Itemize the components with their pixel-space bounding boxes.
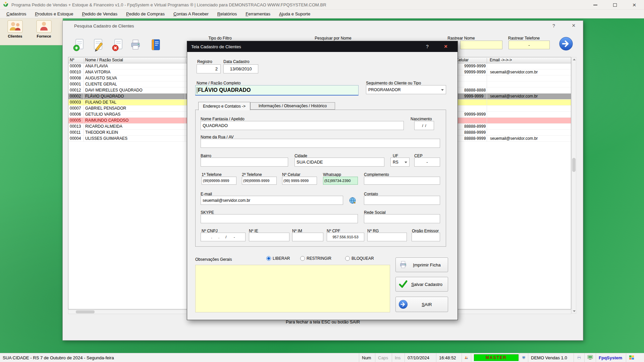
status-printer-icon-section: [574, 353, 584, 362]
skype-input[interactable]: [201, 214, 358, 223]
seguimento-label: Seguimento do Cliente ou Tipo: [366, 81, 421, 85]
search-close-button[interactable]: ×: [572, 22, 576, 29]
app-titlebar: Programa Pedido de Vendas + Estoque & Fi…: [0, 0, 644, 10]
cell-nome: AUGUSTO SILVA: [84, 75, 185, 81]
menu-item-ajuda-e-suporte[interactable]: Ajuda e Suporte: [275, 10, 315, 17]
track-name-input[interactable]: [460, 41, 502, 49]
modal-title: Tela Cadastro de Clientes: [191, 44, 241, 49]
cell-nome: DAVI MEIRELLES QUADRADO: [84, 87, 185, 93]
cep-input[interactable]: [414, 158, 440, 167]
tab-endereco-contatos[interactable]: Endereço e Contatos ->: [198, 102, 250, 110]
client-register-modal: Tela Cadastro de Clientes ? × Registro D…: [187, 41, 458, 320]
cnpj-input[interactable]: [201, 233, 246, 241]
complemento-input[interactable]: [364, 177, 440, 185]
cell-email: [487, 118, 490, 123]
menu-item-cadastros[interactable]: Cadastros: [2, 10, 31, 17]
radio-restringir[interactable]: RESTRINGIR: [300, 256, 331, 261]
modal-close-button[interactable]: ×: [444, 43, 447, 50]
menu-item-relat-rios[interactable]: Relatórios: [213, 10, 241, 17]
cpf-input[interactable]: [327, 233, 364, 241]
menu-item-contas-a-receber[interactable]: Contas A Receber: [169, 10, 213, 17]
report-button[interactable]: [148, 37, 163, 53]
cell-num: 00005: [68, 118, 84, 123]
tab-informacoes-label: Informações / Observações / Histórico: [259, 104, 327, 108]
chevron-down-icon: [405, 162, 407, 163]
cidade-input[interactable]: [294, 158, 384, 167]
whatsapp-input[interactable]: [323, 177, 358, 185]
radio-label: LIBERAR: [273, 256, 290, 261]
shortcut-fornecedores[interactable]: Fornece: [32, 20, 56, 38]
rg-input[interactable]: [367, 233, 407, 241]
cell-celular: 88888-9999: [464, 136, 486, 141]
telefone2-input[interactable]: [242, 177, 277, 185]
close-button[interactable]: ×: [629, 0, 639, 10]
cell-num: 00013: [68, 124, 84, 129]
nome-completo-input[interactable]: FLÁVIO QUADRADO: [195, 85, 359, 96]
radio-liberar[interactable]: LIBERAR: [266, 256, 290, 261]
email-input[interactable]: [201, 196, 343, 205]
menu-item-ferramentas[interactable]: Ferramentas: [241, 10, 275, 17]
search-go-button[interactable]: [558, 36, 573, 51]
cell-nome: ANA FLAVIA: [84, 63, 185, 69]
vertical-scrollbar[interactable]: [572, 57, 576, 314]
maximize-button[interactable]: [610, 0, 620, 10]
nascimento-input[interactable]: [414, 121, 434, 130]
bairro-input[interactable]: [201, 158, 288, 167]
observacoes-textarea[interactable]: [195, 265, 390, 312]
imprimir-ficha-button[interactable]: Imprimir Ficha: [395, 257, 448, 272]
vertical-scroll-thumb[interactable]: [572, 158, 576, 172]
cell-email: [487, 100, 490, 105]
cell-nome: FLÁVIO QUADRADO: [84, 94, 185, 99]
celular-input[interactable]: [282, 177, 317, 185]
send-email-button[interactable]: [347, 195, 358, 205]
edit-record-button[interactable]: [90, 37, 106, 53]
im-input[interactable]: [292, 233, 323, 241]
nome-completo-value: FLÁVIO QUADRADO: [198, 87, 251, 93]
sair-button[interactable]: SAIR: [395, 297, 448, 312]
fantasia-input[interactable]: [201, 121, 404, 130]
shortcut-clientes-label: Clientes: [3, 34, 28, 38]
search-help-button[interactable]: ?: [552, 23, 555, 28]
modal-help-button[interactable]: ?: [426, 44, 429, 49]
rua-input[interactable]: [201, 139, 440, 148]
seguimento-select[interactable]: PROGRAMADOR: [366, 85, 446, 94]
tab-informacoes-historico[interactable]: Informações / Observações / Histórico: [250, 102, 335, 110]
rede-social-input[interactable]: [364, 214, 440, 223]
print-list-button[interactable]: [128, 37, 143, 53]
new-record-icon: [72, 38, 86, 52]
shortcut-clientes[interactable]: Clientes: [3, 20, 28, 38]
imprimir-ficha-label: Imprimir Ficha: [408, 262, 448, 267]
new-record-button[interactable]: [71, 37, 87, 53]
registro-input[interactable]: [197, 64, 221, 73]
data-cadastro-input[interactable]: [223, 64, 258, 73]
horizontal-scroll-thumb[interactable]: [76, 310, 95, 313]
status-signal-icon-section: [626, 353, 637, 362]
orgao-emissor-input[interactable]: [412, 233, 440, 241]
nascimento-label: Nascimento: [411, 117, 432, 121]
printer-icon: [398, 260, 408, 269]
menu-item-pedido-de-vendas[interactable]: Pedido de Vendas: [77, 10, 122, 17]
salvar-cadastro-button[interactable]: Salvar Cadastro: [395, 277, 448, 292]
menu-item-pedido-de-compras[interactable]: Pedido de Compras: [122, 10, 169, 17]
cell-num: 00004: [68, 136, 84, 141]
menu-item-produtos-e-estoque[interactable]: Produtos e Estoque: [31, 10, 77, 17]
uf-select[interactable]: RS: [390, 158, 410, 167]
track-phone-input[interactable]: [508, 41, 550, 49]
cell-num: 00006: [68, 112, 84, 117]
delete-record-button[interactable]: [110, 37, 125, 53]
minimize-button[interactable]: [590, 0, 600, 10]
shortcut-toolbar: Clientes Fornece: [0, 18, 63, 45]
cell-nome: CLIENTE GERAL: [84, 81, 185, 87]
status-date: 07/10/2024: [405, 353, 436, 362]
text-cursor: [197, 87, 197, 94]
contato-input[interactable]: [364, 196, 440, 205]
edit-record-icon: [91, 38, 105, 52]
ie-input[interactable]: [249, 233, 289, 241]
scroll-down-icon: [573, 310, 576, 312]
cell-celular: 99999-9999: [464, 63, 486, 69]
cell-celular: 88888-8888: [464, 87, 486, 93]
cell-num: 00003: [68, 100, 84, 105]
radio-bloquear[interactable]: BLOQUEAR: [345, 256, 374, 261]
track-phone-label: Rastrear Telefone: [500, 36, 547, 41]
telefone1-input[interactable]: [202, 177, 236, 185]
